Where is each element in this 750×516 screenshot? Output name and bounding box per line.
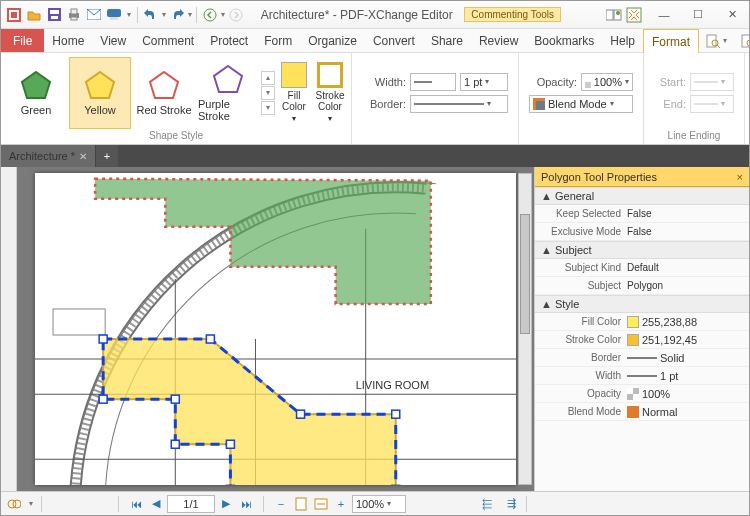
- preset-label: Yellow: [84, 104, 115, 116]
- menu-view[interactable]: View: [92, 29, 134, 52]
- preset-down[interactable]: ▾: [261, 86, 275, 100]
- launch-icon[interactable]: [625, 6, 643, 24]
- preset-label: Red Stroke: [136, 104, 191, 116]
- menu-bookmarks[interactable]: Bookmarks: [526, 29, 602, 52]
- redo-dropdown[interactable]: ▾: [188, 10, 192, 19]
- menu-help[interactable]: Help: [602, 29, 643, 52]
- document-viewport[interactable]: LIVING ROOM: [17, 167, 534, 491]
- mail-icon[interactable]: [85, 6, 103, 24]
- preset-more[interactable]: ▾: [261, 101, 275, 115]
- menu-form[interactable]: Form: [256, 29, 300, 52]
- zoom-page-icon[interactable]: [292, 495, 310, 513]
- last-page-icon[interactable]: ⏭: [237, 495, 255, 513]
- svg-rect-52: [99, 335, 107, 343]
- menu-format[interactable]: Format: [643, 29, 699, 53]
- opacity-label: Opacity:: [529, 76, 577, 88]
- fill-color-button[interactable]: Fill Color▾: [277, 57, 311, 129]
- prop-keep-selected[interactable]: False: [627, 208, 749, 219]
- layout-next-icon[interactable]: ⇶: [502, 495, 520, 513]
- section-subject[interactable]: ▲ Subject: [535, 241, 749, 259]
- start-label: Start:: [654, 76, 686, 88]
- menu-home[interactable]: Home: [44, 29, 92, 52]
- undo-dropdown[interactable]: ▾: [162, 10, 166, 19]
- annotation-green-polygon[interactable]: [95, 179, 431, 304]
- panel-close-icon[interactable]: ×: [737, 171, 743, 183]
- nav-fwd-icon[interactable]: [227, 6, 245, 24]
- page-canvas[interactable]: LIVING ROOM: [35, 173, 516, 485]
- shape-group-label: Shape Style: [5, 130, 347, 142]
- svg-rect-2: [11, 12, 17, 18]
- nav-back-icon[interactable]: [201, 6, 219, 24]
- find-button[interactable]: Find...: [734, 29, 750, 52]
- next-page-icon[interactable]: ▶: [217, 495, 235, 513]
- annotation-yellow-polygon[interactable]: [103, 339, 396, 485]
- zoom-width-icon[interactable]: [312, 495, 330, 513]
- layout-prev-icon[interactable]: ⬱: [478, 495, 496, 513]
- stroke-color-label: Stroke Color: [314, 90, 346, 112]
- section-general[interactable]: ▲ General: [535, 187, 749, 205]
- shape-preset-purple[interactable]: Purple Stroke: [197, 57, 259, 129]
- prop-border[interactable]: Solid: [627, 352, 749, 364]
- ui-options-icon[interactable]: [605, 6, 623, 24]
- close-tab-icon[interactable]: ✕: [79, 151, 87, 162]
- preset-up[interactable]: ▴: [261, 71, 275, 85]
- options-gear-icon[interactable]: [5, 495, 23, 513]
- save-icon[interactable]: [45, 6, 63, 24]
- prop-blend-mode[interactable]: Normal: [627, 406, 749, 418]
- prop-subject-kind[interactable]: Default: [627, 262, 749, 273]
- shape-preset-yellow[interactable]: Yellow: [69, 57, 131, 129]
- prop-exclusive-mode[interactable]: False: [627, 226, 749, 237]
- svg-rect-65: [627, 388, 633, 394]
- menu-protect[interactable]: Protect: [202, 29, 256, 52]
- left-pane-gutter[interactable]: [1, 167, 17, 491]
- svg-rect-66: [633, 394, 639, 400]
- svg-rect-8: [71, 17, 77, 20]
- qat-dropdown[interactable]: ▾: [127, 10, 131, 19]
- scrollbar-thumb[interactable]: [520, 214, 530, 334]
- file-menu[interactable]: File: [1, 29, 44, 52]
- menu-convert[interactable]: Convert: [365, 29, 423, 52]
- nav-dropdown[interactable]: ▾: [221, 10, 225, 19]
- menu-comment[interactable]: Comment: [134, 29, 202, 52]
- menu-review[interactable]: Review: [471, 29, 526, 52]
- opacity-combo[interactable]: 100%▾: [581, 73, 633, 91]
- close-button[interactable]: ✕: [715, 2, 749, 28]
- svg-rect-67: [627, 406, 639, 418]
- open-icon[interactable]: [25, 6, 43, 24]
- menu-organize[interactable]: Organize: [300, 29, 365, 52]
- zoom-in-icon[interactable]: +: [332, 495, 350, 513]
- shape-preset-green[interactable]: Green: [5, 57, 67, 129]
- width-label: Width:: [362, 76, 406, 88]
- vertical-scrollbar[interactable]: [518, 173, 532, 485]
- maximize-button[interactable]: ☐: [681, 2, 715, 28]
- page-number-input[interactable]: 1/1: [167, 495, 215, 513]
- width-value-combo[interactable]: 1 pt▾: [460, 73, 508, 91]
- undo-icon[interactable]: [142, 6, 160, 24]
- window-title: Architecture* - PDF-XChange Editor: [249, 8, 464, 22]
- menu-share[interactable]: Share: [423, 29, 471, 52]
- print-icon[interactable]: [65, 6, 83, 24]
- quick-find-dropdown[interactable]: ▾: [699, 29, 734, 52]
- minimize-button[interactable]: —: [647, 2, 681, 28]
- section-style[interactable]: ▲ Style: [535, 295, 749, 313]
- svg-rect-10: [107, 9, 121, 17]
- add-tab-button[interactable]: +: [96, 145, 118, 167]
- document-tab[interactable]: Architecture *✕: [1, 145, 96, 167]
- prop-opacity[interactable]: 100%: [627, 388, 749, 400]
- svg-rect-50: [53, 309, 105, 335]
- stroke-color-button[interactable]: Stroke Color▾: [313, 57, 347, 129]
- width-combo[interactable]: [410, 73, 456, 91]
- prop-width[interactable]: 1 pt: [627, 370, 749, 382]
- zoom-combo[interactable]: 100%▾: [352, 495, 406, 513]
- redo-icon[interactable]: [168, 6, 186, 24]
- shape-preset-red[interactable]: Red Stroke: [133, 57, 195, 129]
- first-page-icon[interactable]: ⏮: [127, 495, 145, 513]
- prop-stroke-color[interactable]: 251,192,45: [627, 334, 749, 346]
- scan-icon[interactable]: [105, 6, 123, 24]
- blend-combo[interactable]: Blend Mode▾: [529, 95, 633, 113]
- zoom-out-icon[interactable]: −: [272, 495, 290, 513]
- border-combo[interactable]: ▾: [410, 95, 508, 113]
- prev-page-icon[interactable]: ◀: [147, 495, 165, 513]
- prop-subject[interactable]: Polygon: [627, 280, 749, 291]
- prop-fill-color[interactable]: 255,238,88: [627, 316, 749, 328]
